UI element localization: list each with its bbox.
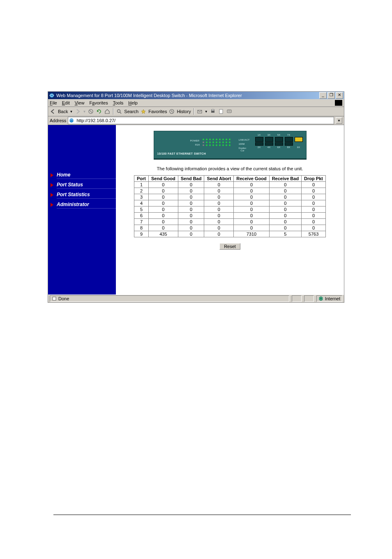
led-label: Duplex Col xyxy=(239,147,247,152)
maximize-button[interactable]: ❐ xyxy=(327,92,335,99)
address-dropdown-icon[interactable]: ▼ xyxy=(336,117,342,124)
svg-point-3 xyxy=(118,110,120,113)
cell-send_good: 0 xyxy=(149,225,178,231)
cell-send_bad: 0 xyxy=(178,225,204,231)
cell-drop_pkt: 0 xyxy=(302,219,326,225)
history-icon[interactable] xyxy=(168,108,175,115)
minimize-button[interactable]: _ xyxy=(319,92,327,99)
cell-drop_pkt: 0 xyxy=(302,182,326,188)
menu-view[interactable]: View xyxy=(75,100,85,105)
discuss-icon[interactable] xyxy=(226,108,233,115)
device-image: 10/100 FAST ETHERNET SWITCH POWER FDX LI… xyxy=(154,131,307,159)
svg-point-14 xyxy=(319,297,323,301)
cell-recv_good: 0 xyxy=(234,219,269,225)
stats-table: Port Send Good Send Bad Send Abort Recei… xyxy=(134,175,326,237)
svg-rect-9 xyxy=(219,109,223,114)
cell-recv_bad: 0 xyxy=(269,206,301,213)
search-button[interactable]: Search xyxy=(124,109,138,114)
sidebar-item-port-status[interactable]: Port Status xyxy=(48,180,116,190)
favorites-icon[interactable] xyxy=(140,108,147,115)
led-label: POWER xyxy=(190,139,200,142)
arrow-icon xyxy=(51,183,53,187)
cell-drop_pkt: 0 xyxy=(302,188,326,194)
mail-dropdown-icon[interactable]: ▼ xyxy=(205,110,208,114)
address-field[interactable] xyxy=(68,117,334,124)
cell-send_abort: 0 xyxy=(204,182,234,188)
menu-edit[interactable]: Edit xyxy=(62,100,70,105)
led-panel: POWER FDX LINK/ACT 100M Duplex Col xyxy=(203,139,231,147)
led-label: FDX xyxy=(195,144,200,146)
cell-send_abort: 0 xyxy=(204,213,234,219)
stop-icon[interactable] xyxy=(88,108,94,115)
window-title: Web Management for 8 Port 10/100M Intell… xyxy=(56,93,319,98)
cell-port: 9 xyxy=(134,231,149,237)
cell-recv_bad: 0 xyxy=(269,219,301,225)
menubar: File Edit View Favorites Tools Help xyxy=(48,99,344,107)
status-pane-empty xyxy=(292,295,302,302)
svg-rect-13 xyxy=(53,297,56,300)
device-label: 10/100 FAST ETHERNET SWITCH xyxy=(157,152,206,155)
cell-recv_bad: 0 xyxy=(269,194,301,200)
table-row: 5000000 xyxy=(134,206,326,213)
titlebar: Web Management for 8 Port 10/100M Intell… xyxy=(48,92,344,99)
forward-dropdown-icon[interactable]: ▼ xyxy=(83,110,86,114)
cell-recv_bad: 0 xyxy=(269,225,301,231)
cell-send_good: 0 xyxy=(149,206,178,213)
ie-icon xyxy=(49,93,55,98)
sidebar: Home Port Status Port Statistics Adminis… xyxy=(48,125,116,295)
close-button[interactable]: ✕ xyxy=(336,92,343,99)
col-port: Port xyxy=(134,176,149,182)
cell-send_good: 0 xyxy=(149,182,178,188)
sidebar-item-administrator[interactable]: Administrator xyxy=(48,200,116,210)
menu-help[interactable]: Help xyxy=(128,100,138,105)
col-drop-pkt: Drop Pkt xyxy=(302,176,326,182)
sidebar-item-home[interactable]: Home xyxy=(48,170,116,180)
cell-recv_good: 0 xyxy=(234,206,269,213)
page-icon xyxy=(69,118,74,123)
cell-recv_bad: 0 xyxy=(269,200,301,206)
sidebar-item-port-statistics[interactable]: Port Statistics xyxy=(48,190,116,200)
toolbar: Back ▼ ▼ Search Favorites xyxy=(48,107,344,116)
sidebar-item-label: Port Statistics xyxy=(57,192,116,199)
zone-text: Internet xyxy=(325,296,340,301)
reset-button[interactable]: Reset xyxy=(219,243,240,250)
table-row: 4000000 xyxy=(134,200,326,206)
edit-icon[interactable] xyxy=(218,108,224,115)
back-button[interactable]: Back xyxy=(58,109,68,114)
svg-line-2 xyxy=(90,110,92,113)
svg-rect-8 xyxy=(212,109,214,111)
menu-file[interactable]: File xyxy=(50,100,57,105)
table-row: 7000000 xyxy=(134,219,326,225)
menu-tools[interactable]: Tools xyxy=(113,100,124,105)
main-panel: 10/100 FAST ETHERNET SWITCH POWER FDX LI… xyxy=(116,125,344,295)
cell-drop_pkt: 0 xyxy=(302,206,326,213)
refresh-icon[interactable] xyxy=(96,108,102,115)
table-row: 8000000 xyxy=(134,225,326,231)
cell-recv_bad: 5 xyxy=(269,231,301,237)
search-icon[interactable] xyxy=(116,108,122,115)
cell-send_abort: 0 xyxy=(204,219,234,225)
print-icon[interactable] xyxy=(210,108,216,115)
cell-send_good: 0 xyxy=(149,219,178,225)
status-text: Done xyxy=(58,296,69,301)
cell-send_bad: 0 xyxy=(178,219,204,225)
arrow-icon xyxy=(51,193,53,197)
menu-favorites[interactable]: Favorites xyxy=(89,100,108,105)
status-text-pane: Done xyxy=(50,295,289,302)
mail-icon[interactable] xyxy=(196,108,203,115)
cell-drop_pkt: 0 xyxy=(302,200,326,206)
forward-icon[interactable] xyxy=(74,108,81,115)
cell-drop_pkt: 0 xyxy=(302,194,326,200)
back-dropdown-icon[interactable]: ▼ xyxy=(69,110,73,114)
back-icon[interactable] xyxy=(50,108,56,115)
cell-recv_bad: 0 xyxy=(269,182,301,188)
cell-recv_good: 0 xyxy=(234,213,269,219)
svg-line-4 xyxy=(120,112,121,114)
address-input[interactable] xyxy=(76,118,333,123)
home-icon[interactable] xyxy=(104,108,111,115)
led-label: 100M xyxy=(239,143,245,145)
history-button[interactable]: History xyxy=(177,109,191,114)
cell-send_good: 0 xyxy=(149,213,178,219)
favorites-button[interactable]: Favorites xyxy=(148,109,167,114)
cell-send_good: 0 xyxy=(149,188,178,194)
